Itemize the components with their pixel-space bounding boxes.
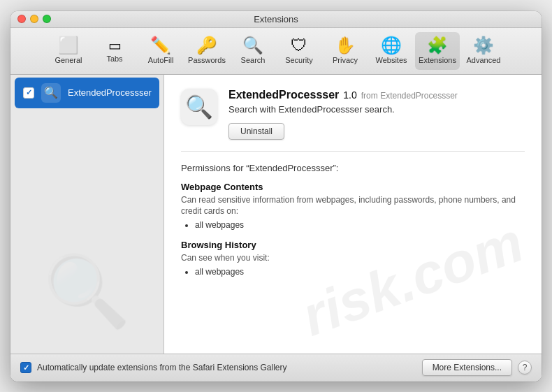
auto-update-tick: ✓	[23, 363, 29, 372]
bottom-buttons: More Extensions... ?	[422, 359, 532, 376]
window-title: Extensions	[254, 14, 298, 24]
close-button[interactable]	[17, 15, 26, 23]
detail-header: 🔍 ExtendedProcessser 1.0 from ExtendedPr…	[181, 89, 525, 152]
extension-checkbox[interactable]: ✓	[23, 87, 34, 99]
extension-icon-large: 🔍	[181, 89, 217, 125]
sidebar: ✓ 🔍 ExtendedProcessser 🔍	[10, 75, 164, 354]
permission-list-item: all webpages	[195, 267, 525, 277]
search-symbol: 🔍	[44, 86, 58, 99]
extension-name: ExtendedProcessser	[68, 87, 152, 98]
permission-desc-history: Can see when you visit:	[181, 252, 525, 264]
main-window: Extensions ⬜ General ▭ Tabs ✏️ AutoFill …	[10, 11, 542, 382]
main-content: ✓ 🔍 ExtendedProcessser 🔍 🔍 ExtendedProce…	[10, 75, 542, 354]
toolbar-general-label: General	[55, 56, 82, 64]
toolbar-extensions[interactable]: 🧩 Extensions	[415, 32, 460, 70]
security-icon: 🛡	[291, 37, 307, 54]
help-button[interactable]: ?	[518, 361, 532, 375]
sidebar-watermark: 🔍	[43, 250, 131, 333]
permissions-section: Permissions for “ExtendedProcessser”: We…	[181, 163, 525, 277]
permission-webpage-contents: Webpage Contents Can read sensitive info…	[181, 182, 525, 231]
toolbar-websites-label: Websites	[375, 56, 407, 64]
toolbar-search-label: Search	[241, 56, 266, 64]
toolbar-advanced[interactable]: ⚙️ Advanced	[461, 32, 506, 70]
ext-name: ExtendedProcessser	[228, 89, 339, 101]
traffic-lights	[17, 15, 51, 23]
extension-icon: 🔍	[41, 83, 61, 103]
permission-browsing-history: Browsing History Can see when you visit:…	[181, 240, 525, 277]
ext-version: 1.0	[343, 89, 356, 101]
toolbar-tabs-label: Tabs	[106, 55, 122, 63]
advanced-icon: ⚙️	[473, 37, 494, 54]
permission-list-history: all webpages	[195, 267, 525, 277]
title-bar: Extensions	[10, 11, 542, 28]
autofill-icon: ✏️	[150, 37, 171, 54]
toolbar-autofill[interactable]: ✏️ AutoFill	[138, 32, 183, 70]
toolbar-passwords[interactable]: 🔑 Passwords	[184, 32, 229, 70]
permission-list-item: all webpages	[195, 220, 525, 230]
websites-icon: 🌐	[381, 37, 402, 54]
maximize-button[interactable]	[43, 15, 51, 23]
checkbox-tick: ✓	[26, 88, 32, 97]
toolbar-autofill-label: AutoFill	[148, 56, 174, 64]
minimize-button[interactable]	[30, 15, 38, 23]
auto-update-text: Automatically update extensions from the…	[37, 363, 287, 372]
toolbar-passwords-label: Passwords	[188, 56, 226, 64]
toolbar-extensions-label: Extensions	[419, 56, 456, 64]
toolbar-websites[interactable]: 🌐 Websites	[369, 32, 414, 70]
ext-name-line: ExtendedProcessser 1.0 from ExtendedProc…	[228, 89, 525, 101]
toolbar-general[interactable]: ⬜ General	[46, 32, 91, 70]
detail-header-text: ExtendedProcessser 1.0 from ExtendedProc…	[228, 89, 525, 140]
ext-description: Search with ExtendedProcessser search.	[228, 104, 525, 115]
toolbar-search[interactable]: 🔍 Search	[231, 32, 275, 70]
toolbar-privacy[interactable]: ✋ Privacy	[323, 32, 368, 70]
ext-from-label: from ExtendedProcessser	[361, 91, 458, 101]
uninstall-button[interactable]: Uninstall	[228, 123, 284, 140]
sidebar-item-extendedprocesser[interactable]: ✓ 🔍 ExtendedProcessser	[15, 78, 159, 108]
auto-update-checkbox[interactable]: ✓	[20, 362, 31, 373]
toolbar-privacy-label: Privacy	[333, 56, 358, 64]
bottom-bar: ✓ Automatically update extensions from t…	[10, 354, 542, 382]
more-extensions-button[interactable]: More Extensions...	[422, 359, 512, 376]
permission-name-webpage: Webpage Contents	[181, 182, 525, 192]
detail-panel: 🔍 ExtendedProcessser 1.0 from ExtendedPr…	[164, 75, 542, 354]
passwords-icon: 🔑	[196, 37, 217, 54]
search-icon: 🔍	[242, 37, 263, 54]
toolbar-security[interactable]: 🛡 Security	[277, 32, 321, 70]
extensions-icon: 🧩	[427, 37, 448, 54]
toolbar: ⬜ General ▭ Tabs ✏️ AutoFill 🔑 Passwords…	[10, 28, 542, 75]
permissions-title: Permissions for “ExtendedProcessser”:	[181, 163, 525, 173]
permission-name-history: Browsing History	[181, 240, 525, 250]
toolbar-tabs[interactable]: ▭ Tabs	[92, 32, 137, 70]
auto-update-label[interactable]: ✓ Automatically update extensions from t…	[20, 362, 287, 373]
privacy-icon: ✋	[335, 37, 356, 54]
toolbar-security-label: Security	[285, 56, 313, 64]
permission-list-webpage: all webpages	[195, 220, 525, 230]
permission-desc-webpage: Can read sensitive information from webp…	[181, 194, 525, 218]
tabs-icon: ▭	[108, 38, 122, 52]
toolbar-advanced-label: Advanced	[467, 56, 501, 64]
general-icon: ⬜	[58, 37, 79, 54]
